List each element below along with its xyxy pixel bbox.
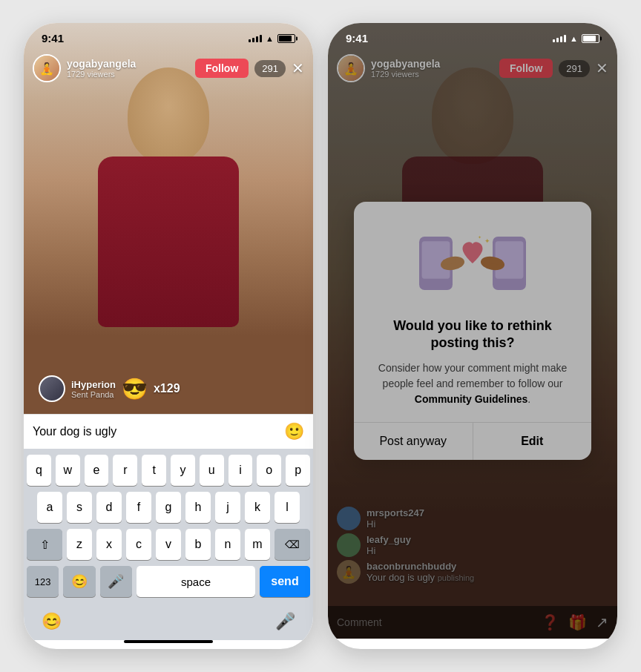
user-info-2: yogabyangela 1729 viewers bbox=[371, 58, 493, 79]
emoji-button-1[interactable]: 🙂 bbox=[284, 422, 304, 441]
bottom-bar-1: 😊 🎤 bbox=[24, 606, 313, 640]
key-b[interactable]: b bbox=[185, 529, 211, 560]
key-i[interactable]: i bbox=[229, 455, 253, 486]
key-numbers[interactable]: 123 bbox=[27, 566, 59, 597]
key-x[interactable]: x bbox=[96, 529, 122, 560]
reaction-emoji-1: 😎 bbox=[122, 377, 148, 401]
viewers-2: 1729 viewers bbox=[371, 70, 493, 79]
status-bar-2: 9:41 ▲ bbox=[328, 23, 617, 47]
live-header-1: 🧘 yogabyangela 1729 viewers Follow 291 ✕ bbox=[24, 48, 313, 88]
status-time-1: 9:41 bbox=[42, 32, 64, 45]
post-anyway-button[interactable]: Post anyway bbox=[354, 423, 473, 460]
reaction-row-1: iHyperion Sent Panda 😎 x129 bbox=[39, 375, 180, 402]
edit-button[interactable]: Edit bbox=[473, 423, 592, 460]
phone-1: 9:41 ▲ 🧘 bbox=[24, 23, 313, 649]
svg-text:✦: ✦ bbox=[484, 237, 490, 245]
key-row-1: q w e r t y u i o p bbox=[27, 455, 310, 486]
modal-link[interactable]: Community Guidelines bbox=[415, 393, 527, 405]
battery-icon-2 bbox=[582, 34, 599, 43]
key-shift[interactable]: ⇧ bbox=[27, 529, 62, 560]
person-body-1 bbox=[98, 157, 239, 327]
avatar-1: 🧘 bbox=[33, 54, 61, 82]
avatar-2: 🧘 bbox=[337, 54, 365, 82]
close-button-1[interactable]: ✕ bbox=[292, 59, 304, 77]
modal-actions: Post anyway Edit bbox=[354, 422, 591, 460]
signal-bars-2 bbox=[553, 35, 566, 42]
key-r[interactable]: r bbox=[113, 455, 137, 486]
reaction-avatar-1 bbox=[39, 375, 65, 402]
key-o[interactable]: o bbox=[257, 455, 281, 486]
live-header-2: 🧘 yogabyangela 1729 viewers Follow 291 ✕ bbox=[328, 48, 617, 88]
user-info-1: yogabyangela 1729 viewers bbox=[67, 58, 189, 79]
key-m[interactable]: m bbox=[245, 529, 270, 560]
key-c[interactable]: c bbox=[126, 529, 151, 560]
reaction-count-1: x129 bbox=[154, 382, 180, 395]
viewer-count-2: 291 bbox=[559, 60, 590, 77]
key-q[interactable]: q bbox=[27, 455, 51, 486]
key-d[interactable]: d bbox=[96, 492, 122, 523]
key-emoji[interactable]: 😊 bbox=[63, 566, 95, 597]
status-icons-2: ▲ bbox=[553, 34, 599, 43]
modal-body: Consider how your comment might make peo… bbox=[372, 360, 573, 407]
key-h[interactable]: h bbox=[185, 492, 211, 523]
key-space[interactable]: space bbox=[137, 566, 255, 597]
status-bar-1: 9:41 ▲ bbox=[24, 23, 313, 47]
follow-button-2[interactable]: Follow bbox=[499, 59, 553, 78]
keyboard-1: q w e r t y u i o p a s d f g h j k bbox=[24, 449, 313, 606]
key-row-4: 123 😊 🎤 space send bbox=[27, 566, 310, 597]
modal-card-2: ✦ ✦ Would you like to rethink posting th… bbox=[354, 202, 591, 461]
text-input-1[interactable]: Your dog is ugly bbox=[33, 425, 278, 438]
key-send[interactable]: send bbox=[260, 566, 310, 597]
key-u[interactable]: u bbox=[200, 455, 224, 486]
battery-icon-1 bbox=[277, 34, 295, 43]
key-f[interactable]: f bbox=[126, 492, 151, 523]
wifi-icon-2: ▲ bbox=[570, 34, 578, 43]
text-input-row-1: Your dog is ugly 🙂 bbox=[24, 414, 313, 449]
svg-text:✦: ✦ bbox=[478, 234, 481, 239]
modal-illustration: ✦ ✦ bbox=[372, 223, 573, 304]
reaction-username-1: iHyperion bbox=[71, 379, 116, 390]
modal-overlay-2: ✦ ✦ Would you like to rethink posting th… bbox=[328, 23, 617, 639]
key-row-3: ⇧ z x c v b n m ⌫ bbox=[27, 529, 310, 560]
video-area-1: 🧘 yogabyangela 1729 viewers Follow 291 ✕… bbox=[24, 23, 313, 414]
username-1: yogabyangela bbox=[67, 58, 189, 70]
home-indicator-2 bbox=[428, 639, 517, 642]
key-j[interactable]: j bbox=[215, 492, 240, 523]
key-l[interactable]: l bbox=[275, 492, 300, 523]
key-a[interactable]: a bbox=[37, 492, 62, 523]
follow-button-1[interactable]: Follow bbox=[195, 59, 249, 78]
key-delete[interactable]: ⌫ bbox=[275, 529, 310, 560]
key-g[interactable]: g bbox=[156, 492, 181, 523]
status-icons-1: ▲ bbox=[249, 34, 295, 43]
home-indicator-1 bbox=[124, 640, 213, 643]
key-p[interactable]: p bbox=[286, 455, 310, 486]
key-w[interactable]: w bbox=[56, 455, 80, 486]
key-z[interactable]: z bbox=[67, 529, 92, 560]
key-n[interactable]: n bbox=[215, 529, 240, 560]
key-k[interactable]: k bbox=[245, 492, 270, 523]
key-e[interactable]: e bbox=[85, 455, 109, 486]
key-t[interactable]: t bbox=[142, 455, 166, 486]
viewers-1: 1729 viewers bbox=[67, 70, 189, 79]
phone-2: 9:41 ▲ 🧘 yo bbox=[328, 23, 617, 649]
key-y[interactable]: y bbox=[171, 455, 195, 486]
viewer-count-1: 291 bbox=[254, 60, 286, 77]
bottom-emoji-icon-1[interactable]: 😊 bbox=[42, 612, 62, 631]
bottom-mic-icon-1[interactable]: 🎤 bbox=[275, 612, 295, 631]
status-time-2: 9:41 bbox=[346, 32, 368, 45]
signal-bars-1 bbox=[249, 35, 262, 42]
wifi-icon-1: ▲ bbox=[266, 34, 274, 43]
reaction-sub-1: Sent Panda bbox=[71, 390, 116, 399]
close-button-2[interactable]: ✕ bbox=[596, 59, 608, 77]
key-v[interactable]: v bbox=[156, 529, 181, 560]
video-area-2: 🧘 yogabyangela 1729 viewers Follow 291 ✕… bbox=[328, 23, 617, 639]
modal-title: Would you like to rethink posting this? bbox=[372, 317, 573, 352]
key-mic[interactable]: 🎤 bbox=[100, 566, 132, 597]
key-s[interactable]: s bbox=[67, 492, 92, 523]
username-2: yogabyangela bbox=[371, 58, 493, 70]
key-row-2: a s d f g h j k l bbox=[27, 492, 310, 523]
